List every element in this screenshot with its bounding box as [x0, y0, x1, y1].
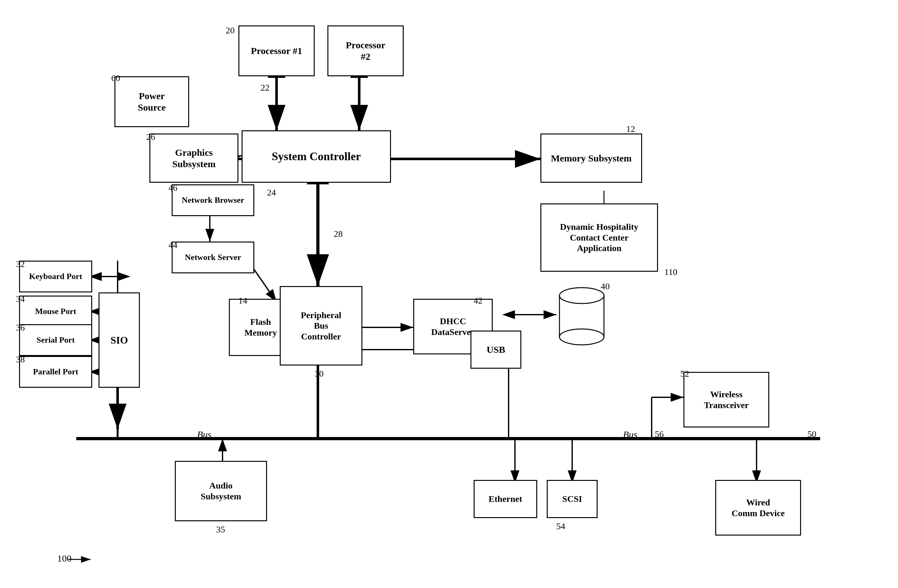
power-ref: 60	[111, 73, 120, 83]
mouse-port-box: Mouse Port	[19, 296, 92, 327]
mouse-ref: 34	[16, 294, 25, 304]
peripheral-bus-box: PeripheralBusController	[280, 286, 362, 365]
network-browser-box: Network Browser	[172, 184, 254, 216]
peripheral-ref: 30	[315, 369, 324, 379]
processor1-ref: 20	[226, 25, 235, 35]
wired-comm-box: WiredComm Device	[715, 480, 801, 536]
keyboard-ref: 32	[16, 259, 25, 269]
svg-point-36	[560, 288, 604, 304]
network-browser-ref: 46	[169, 183, 177, 193]
bus-right-ref: 56	[655, 429, 664, 439]
cylinder-ref: 40	[601, 281, 610, 292]
memory-ref: 12	[626, 124, 635, 134]
bus-left-label: Bus	[197, 429, 211, 440]
network-server-ref: 44	[169, 240, 177, 250]
scsi-ref: 54	[556, 521, 565, 531]
ref100-arrow	[68, 553, 94, 566]
serial-ref: 36	[16, 322, 25, 333]
processor2-box: Processor#2	[328, 25, 404, 76]
system-controller-box: System Controller	[241, 130, 391, 183]
bus-right-label: Bus	[623, 429, 637, 440]
wireless-transceiver-box: WirelessTransceiver	[683, 372, 769, 427]
serial-port-box: Serial Port	[19, 324, 92, 356]
cylinder-40-svg	[556, 283, 607, 347]
graphics-ref: 26	[146, 132, 155, 142]
ref22: 22	[261, 83, 269, 93]
dhcc-ds-ref: 42	[474, 296, 483, 306]
ref24: 24	[267, 187, 276, 198]
parallel-ref: 38	[16, 355, 25, 365]
dhcc-app-box: Dynamic HospitalityContact CenterApplica…	[540, 203, 658, 272]
graphics-subsystem-box: GraphicsSubsystem	[149, 134, 238, 183]
dhcc-app-ref: 110	[664, 267, 677, 277]
parallel-port-box: Parallel Port	[19, 356, 92, 388]
scsi-box: SCSI	[547, 480, 598, 518]
usb-box: USB	[471, 330, 521, 369]
ethernet-box: Ethernet	[474, 480, 537, 518]
memory-subsystem-box: Memory Subsystem	[540, 134, 642, 183]
sio-box: SIO	[98, 292, 140, 388]
audio-subsystem-box: AudioSubsystem	[175, 461, 267, 521]
processor1-box: Processor #1	[238, 25, 315, 76]
flash-ref: 14	[238, 296, 247, 306]
svg-point-37	[560, 329, 604, 345]
bus-end-ref: 50	[807, 429, 816, 439]
power-source-box: PowerSource	[114, 76, 189, 127]
diagram: Processor #1 20 Processor#2 22 System Co…	[0, 0, 898, 588]
keyboard-port-box: Keyboard Port	[19, 261, 92, 292]
audio-ref: 35	[216, 524, 225, 534]
network-server-box: Network Server	[172, 241, 254, 273]
wireless-ref: 52	[680, 369, 689, 379]
ref28: 28	[334, 229, 343, 239]
